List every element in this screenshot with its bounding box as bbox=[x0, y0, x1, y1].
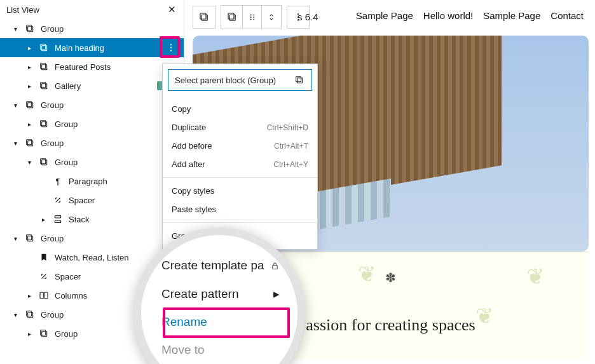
nav-link[interactable]: Hello world! bbox=[423, 10, 473, 21]
svg-point-37 bbox=[250, 19, 251, 20]
chevron-down-icon: ▾ bbox=[11, 311, 19, 318]
menu-add-before[interactable]: Add before Ctrl+Alt+T bbox=[163, 137, 317, 155]
menu-move-to[interactable]: Move to bbox=[158, 336, 284, 364]
stack-icon bbox=[52, 213, 64, 225]
group-icon bbox=[38, 118, 50, 130]
tree-row-featured-posts[interactable]: ▸ Featured Posts bbox=[0, 57, 184, 76]
svg-rect-3 bbox=[41, 44, 46, 50]
menu-label: Copy bbox=[172, 104, 191, 114]
svg-rect-0 bbox=[28, 27, 33, 32]
tree-label: Gallery bbox=[55, 81, 152, 91]
block-type-button[interactable] bbox=[193, 6, 215, 29]
svg-rect-8 bbox=[41, 64, 46, 69]
tree-label: Group bbox=[55, 119, 179, 129]
shortcut: Ctrl+Shift+D bbox=[267, 123, 308, 132]
chevron-right-icon: ▸ bbox=[39, 216, 47, 223]
nav-link[interactable]: Sample Page bbox=[356, 10, 413, 21]
chevron-right-icon: ▸ bbox=[273, 286, 280, 301]
tree-row-group[interactable]: ▾ Group bbox=[0, 95, 184, 114]
tree-row-spacer[interactable]: Spacer bbox=[0, 191, 184, 210]
tree-label: Featured Posts bbox=[55, 62, 179, 72]
menu-copy[interactable]: Copy bbox=[163, 100, 317, 118]
close-icon[interactable]: ✕ bbox=[168, 4, 176, 15]
svg-rect-32 bbox=[228, 13, 234, 19]
tree-row-group[interactable]: ▸ Group bbox=[0, 114, 184, 133]
svg-point-38 bbox=[253, 19, 254, 20]
chevron-right-icon: ▸ bbox=[25, 292, 33, 299]
svg-point-34 bbox=[253, 15, 254, 16]
group-icon bbox=[24, 309, 36, 320]
svg-rect-15 bbox=[28, 141, 33, 146]
svg-rect-43 bbox=[296, 77, 301, 82]
menu-paste-styles[interactable]: Paste styles bbox=[163, 200, 317, 219]
svg-rect-24 bbox=[44, 292, 48, 298]
group-icon bbox=[38, 328, 50, 339]
list-view-header: List View ✕ bbox=[0, 0, 184, 19]
svg-rect-23 bbox=[40, 292, 43, 298]
svg-rect-16 bbox=[27, 140, 32, 145]
tree-row-group[interactable]: ▾ Group bbox=[0, 152, 184, 172]
svg-rect-44 bbox=[273, 265, 278, 269]
move-up-down-button[interactable] bbox=[262, 6, 281, 29]
menu-label: Create pattern bbox=[161, 287, 238, 301]
drag-handle[interactable] bbox=[243, 6, 262, 29]
group-icon bbox=[38, 156, 50, 168]
menu-label: Select parent block (Group) bbox=[175, 76, 276, 85]
svg-rect-29 bbox=[202, 15, 207, 20]
menu-label: Move to bbox=[161, 343, 205, 357]
svg-rect-19 bbox=[55, 216, 60, 218]
tree-row-gallery[interactable]: ▸ Gallery bbox=[0, 76, 184, 95]
menu-duplicate[interactable]: Duplicate Ctrl+Shift+D bbox=[163, 118, 317, 137]
nav-link[interactable]: Sample Page bbox=[483, 10, 540, 21]
svg-rect-11 bbox=[28, 103, 33, 108]
tree-row-group[interactable]: ▾ Group bbox=[0, 229, 184, 248]
nav-link[interactable]: Contact bbox=[551, 10, 584, 21]
menu-copy-styles[interactable]: Copy styles bbox=[163, 182, 317, 200]
menu-label: Paste styles bbox=[172, 205, 216, 214]
chevron-right-icon: ▸ bbox=[25, 83, 33, 90]
svg-rect-31 bbox=[229, 15, 235, 20]
site-navigation: Sample Page Hello world! Sample Page Con… bbox=[356, 10, 584, 21]
svg-point-4 bbox=[170, 44, 172, 45]
svg-point-6 bbox=[170, 50, 172, 51]
group-icon bbox=[38, 42, 50, 53]
chevron-right-icon: ▸ bbox=[25, 64, 33, 71]
svg-rect-20 bbox=[55, 220, 60, 222]
svg-point-36 bbox=[253, 17, 254, 18]
tree-row-main-heading[interactable]: ▸ Main heading bbox=[0, 38, 184, 57]
chevron-down-icon: ▾ bbox=[11, 25, 19, 32]
tree-row-group[interactable]: ▾ Group bbox=[0, 19, 184, 38]
pattern-headline: assion for creating spaces bbox=[306, 316, 475, 335]
menu-add-after[interactable]: Add after Ctrl+Alt+Y bbox=[163, 155, 317, 173]
svg-rect-9 bbox=[42, 84, 47, 89]
shortcut: Ctrl+Alt+T bbox=[274, 142, 308, 151]
svg-point-5 bbox=[170, 47, 172, 48]
block-options-menu: Select parent block (Group) Copy Duplica… bbox=[162, 64, 318, 250]
svg-point-33 bbox=[250, 15, 251, 16]
svg-rect-22 bbox=[27, 235, 32, 240]
menu-label: Copy styles bbox=[172, 186, 214, 196]
lock-icon bbox=[270, 261, 280, 271]
more-options-button[interactable] bbox=[163, 40, 179, 55]
menu-rename[interactable]: Rename bbox=[158, 308, 284, 336]
tree-row-group[interactable]: ▾ Group bbox=[0, 133, 184, 152]
tree-row-paragraph[interactable]: ¶ Paragraph bbox=[0, 172, 184, 191]
spacer-icon bbox=[38, 271, 50, 282]
tree-row-stack[interactable]: ▸ Stack bbox=[0, 210, 184, 229]
svg-rect-28 bbox=[41, 330, 46, 335]
select-parent-button[interactable] bbox=[221, 6, 243, 29]
menu-label: Create template pa bbox=[161, 259, 264, 273]
columns-icon bbox=[38, 290, 50, 301]
menu-select-parent[interactable]: Select parent block (Group) bbox=[168, 69, 312, 91]
leaf-icon: ❦ bbox=[526, 264, 544, 289]
tree-label: Group bbox=[41, 138, 179, 148]
svg-rect-14 bbox=[41, 121, 46, 126]
site-title-fragment: s 6.4 bbox=[298, 11, 318, 22]
menu-create-template-part[interactable]: Create template pa bbox=[158, 252, 284, 280]
svg-rect-17 bbox=[42, 160, 47, 165]
svg-rect-1 bbox=[27, 25, 32, 30]
svg-rect-13 bbox=[42, 122, 47, 127]
svg-point-35 bbox=[250, 17, 251, 18]
menu-create-pattern[interactable]: Create pattern ▸ bbox=[158, 280, 284, 308]
block-toolbar bbox=[193, 5, 310, 29]
